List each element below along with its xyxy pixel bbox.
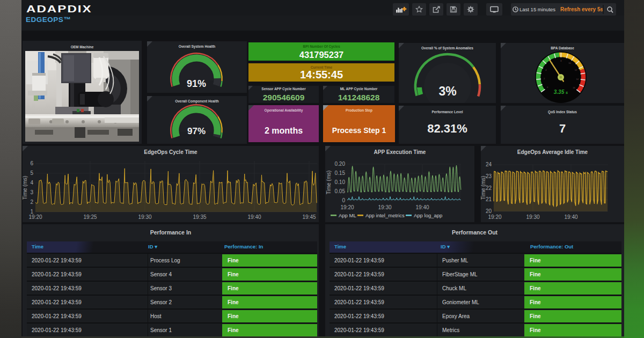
svg-text:Time (ms): Time (ms) [23,176,28,200]
svg-text:24: 24 [486,161,492,167]
svg-text:19:30: 19:30 [378,204,391,210]
svg-text:20: 20 [486,208,492,214]
svg-text:0.05: 0.05 [335,188,346,194]
svg-text:23: 23 [486,173,492,179]
svg-text:3.35 s: 3.35 s [554,89,568,95]
svg-text:6: 6 [30,160,33,166]
svg-text:19:40: 19:40 [415,204,429,210]
svg-text:5: 5 [30,170,33,176]
svg-text:19:40: 19:40 [247,214,261,220]
svg-text:12: 12 [575,69,577,71]
svg-text:App ML: App ML [339,212,356,218]
svg-text:Time (ms): Time (ms) [326,171,332,195]
svg-text:16: 16 [573,86,575,89]
svg-text:91%: 91% [187,78,206,89]
svg-text:14: 14 [576,78,579,80]
svg-text:97%: 97% [187,126,206,136]
svg-text:19:40: 19:40 [564,214,577,220]
svg-text:10: 10 [568,62,571,64]
svg-text:Last 15 minutes: Last 15 minutes [519,6,555,12]
svg-text:19:30: 19:30 [526,214,539,220]
svg-text:0.15: 0.15 [335,170,346,176]
svg-text:Refresh every 5s: Refresh every 5s [560,6,603,12]
svg-text:19:25: 19:25 [83,214,97,220]
svg-text:19:30: 19:30 [138,214,151,220]
svg-text:0.20: 0.20 [335,161,346,167]
svg-text:3: 3 [30,189,33,195]
svg-text:19:35: 19:35 [193,214,206,220]
svg-text:19:20: 19:20 [340,204,354,210]
svg-text:0: 0 [342,197,345,203]
svg-text:Time (ms): Time (ms) [481,176,486,200]
svg-text:3%: 3% [438,84,456,98]
svg-text:App log_app: App log_app [414,212,442,218]
svg-text:19:45: 19:45 [302,214,316,220]
svg-text:19:20: 19:20 [28,214,42,220]
svg-text:4: 4 [30,180,33,186]
svg-text:19:20: 19:20 [488,214,501,220]
svg-text:0.10: 0.10 [335,179,346,185]
svg-text:2: 2 [30,199,33,205]
svg-text:21: 21 [486,196,492,202]
svg-text:App intel_metrics: App intel_metrics [365,212,405,218]
svg-text:22: 22 [486,185,492,191]
